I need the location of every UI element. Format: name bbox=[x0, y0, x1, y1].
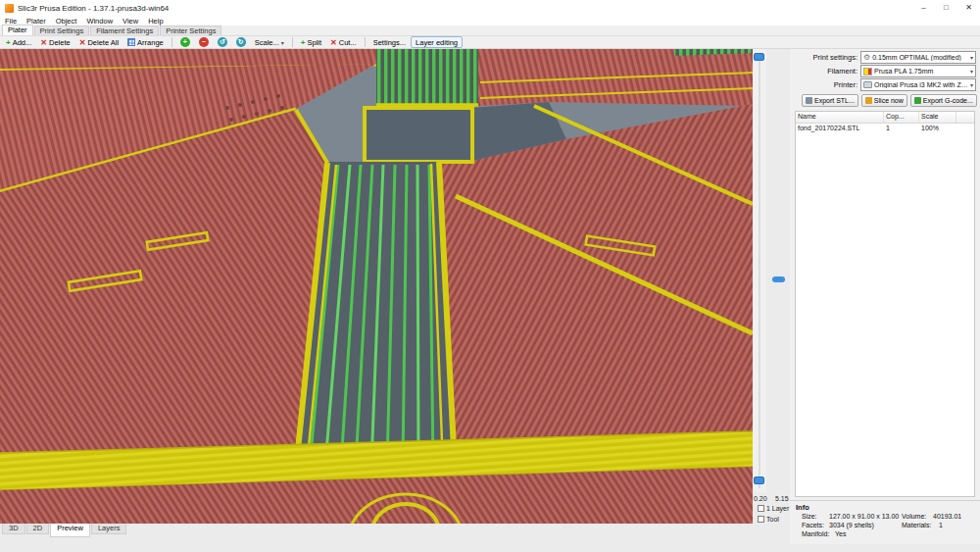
toolbar-separator bbox=[365, 37, 366, 47]
split-label: Split bbox=[307, 38, 321, 47]
info-panel: Info Size: 127.00 x 91.00 x 13.00 Volume… bbox=[790, 500, 980, 544]
one-layer-checkbox[interactable] bbox=[758, 505, 764, 512]
rotate-ccw-icon: ↺ bbox=[218, 37, 227, 47]
more-copies-button[interactable]: + bbox=[176, 36, 194, 48]
manifold-label: Manifold: bbox=[802, 530, 829, 537]
slider-handle-low[interactable] bbox=[754, 477, 764, 484]
slice-now-button[interactable]: Slice now bbox=[861, 94, 907, 107]
split-icon: + bbox=[301, 38, 306, 47]
print-settings-row: Print settings: ⚙ 0.15mm OPTIMAL (modifi… bbox=[790, 51, 980, 64]
view-tabbar: 3D 2D Preview Layers bbox=[2, 524, 127, 537]
column-header-copies[interactable]: Cop... bbox=[884, 112, 919, 123]
tab-plater[interactable]: Plater bbox=[2, 25, 33, 35]
slice-now-label: Slice now bbox=[874, 97, 904, 104]
column-header-scale[interactable]: Scale bbox=[919, 112, 956, 123]
menu-view[interactable]: View bbox=[118, 17, 143, 25]
volume-label: Volume: bbox=[902, 513, 926, 520]
chevron-down-icon: ▾ bbox=[970, 68, 973, 75]
scale-label: Scale... bbox=[255, 38, 279, 47]
size-value: 127.00 x 91.00 x 13.00 bbox=[829, 513, 899, 520]
cut-icon: ✕ bbox=[330, 38, 337, 47]
tab-filament-settings[interactable]: Filament Settings bbox=[90, 25, 159, 35]
export-gcode-button[interactable]: Export G-code... bbox=[910, 94, 977, 107]
plus-circle-icon: + bbox=[180, 37, 190, 47]
splitter-grip[interactable] bbox=[772, 276, 785, 282]
infill-right-region bbox=[439, 102, 753, 471]
menu-window[interactable]: Window bbox=[81, 17, 118, 25]
layer-editing-label: Layer editing bbox=[416, 38, 458, 47]
tab-printer-settings[interactable]: Printer Settings bbox=[160, 25, 221, 35]
minus-circle-icon: − bbox=[199, 37, 209, 47]
titlebar: Slic3r Prusa Edition - 1.37.1-prusa3d-wi… bbox=[0, 0, 980, 16]
printer-combo[interactable]: Original Prusa i3 MK2 with ZHop ▾ bbox=[860, 78, 976, 91]
object-scale-cell: 100% bbox=[919, 124, 956, 135]
slider-value-low: 0.20 bbox=[754, 495, 767, 502]
table-row[interactable]: fond_20170224.STL 1 100% bbox=[796, 124, 974, 135]
delete-all-button[interactable]: ✕ Delete All bbox=[75, 36, 122, 48]
export-stl-button[interactable]: Export STL... bbox=[802, 94, 858, 107]
cut-button[interactable]: ✕ Cut... bbox=[326, 36, 361, 48]
menu-object[interactable]: Object bbox=[51, 17, 82, 25]
chevron-down-icon: ▾ bbox=[970, 81, 973, 88]
toolbar-separator bbox=[292, 37, 293, 47]
tab-print-settings[interactable]: Print Settings bbox=[34, 25, 90, 35]
volume-value: 40193.01 bbox=[933, 513, 961, 520]
gcode-icon bbox=[914, 97, 921, 104]
chevron-down-icon: ▾ bbox=[970, 54, 973, 61]
printer-icon bbox=[863, 81, 872, 88]
object-list[interactable]: Name Cop... Scale fond_20170224.STL 1 10… bbox=[795, 111, 975, 497]
print-settings-label: Print settings: bbox=[790, 53, 860, 62]
object-name-cell: fond_20170224.STL bbox=[796, 124, 884, 135]
gear-icon: ⚙ bbox=[863, 53, 870, 62]
materials-label: Materials: bbox=[902, 522, 931, 528]
view-tab-preview[interactable]: Preview bbox=[50, 524, 90, 537]
plater-toolbar: + Add... ✕ Delete ✕ Delete All Arrange +… bbox=[0, 36, 980, 49]
filament-row: Filament: Prusa PLA 1.75mm ▾ bbox=[790, 65, 980, 77]
add-button[interactable]: + Add... bbox=[2, 36, 35, 48]
chevron-down-icon: ▾ bbox=[281, 39, 284, 46]
materials-value: 1 bbox=[939, 522, 943, 528]
close-button[interactable]: ✕ bbox=[957, 0, 980, 16]
rotate-cw-button[interactable]: ↻ bbox=[232, 36, 250, 48]
filament-combo[interactable]: Prusa PLA 1.75mm ▾ bbox=[860, 65, 976, 77]
minimize-button[interactable]: – bbox=[912, 0, 935, 16]
maximize-button[interactable]: □ bbox=[935, 0, 957, 16]
one-layer-row: 1 Layer bbox=[758, 505, 789, 512]
one-layer-label: 1 Layer bbox=[766, 505, 789, 512]
column-header-name[interactable]: Name bbox=[796, 112, 884, 123]
layer-range-slider[interactable] bbox=[753, 49, 766, 492]
cross-icon: ✕ bbox=[40, 38, 47, 47]
arrange-label: Arrange bbox=[137, 38, 164, 47]
window-title: Slic3r Prusa Edition - 1.37.1-prusa3d-wi… bbox=[18, 4, 169, 13]
arrange-button[interactable]: Arrange bbox=[123, 36, 168, 48]
window-controls: – □ ✕ bbox=[912, 0, 980, 16]
split-button[interactable]: + Split bbox=[297, 36, 325, 48]
delete-button[interactable]: ✕ Delete bbox=[36, 36, 74, 48]
scale-button[interactable]: Scale... ▾ bbox=[251, 36, 288, 48]
add-label: Add... bbox=[13, 38, 32, 47]
facets-label: Facets: bbox=[802, 522, 824, 528]
toolbar-separator bbox=[172, 37, 172, 47]
settings-button[interactable]: Settings... bbox=[369, 36, 410, 48]
cross-icon: ✕ bbox=[79, 38, 86, 47]
window-opening bbox=[365, 108, 472, 162]
fewer-copies-button[interactable]: − bbox=[195, 36, 213, 48]
tool-checkbox[interactable] bbox=[758, 516, 764, 523]
view-tab-layers[interactable]: Layers bbox=[91, 524, 127, 534]
view-tab-3d[interactable]: 3D bbox=[2, 524, 25, 534]
menu-help[interactable]: Help bbox=[143, 17, 168, 25]
arrange-grid-icon bbox=[127, 38, 135, 46]
object-list-header: Name Cop... Scale bbox=[796, 112, 974, 124]
tool-label: Tool bbox=[766, 516, 779, 523]
export-stl-label: Export STL... bbox=[814, 97, 855, 104]
settings-tabbar: Plater Print Settings Filament Settings … bbox=[0, 25, 980, 36]
stl-box-icon bbox=[806, 97, 812, 104]
menubar: File Plater Object Window View Help bbox=[0, 16, 980, 25]
rotate-ccw-button[interactable]: ↺ bbox=[214, 36, 231, 48]
view-tab-2d[interactable]: 2D bbox=[26, 524, 50, 534]
layer-editing-toggle[interactable]: Layer editing bbox=[411, 36, 463, 48]
print-settings-combo[interactable]: ⚙ 0.15mm OPTIMAL (modified) ▾ bbox=[860, 51, 976, 64]
slider-handle-high[interactable] bbox=[754, 53, 764, 61]
rotate-cw-icon: ↻ bbox=[236, 37, 246, 47]
gcode-preview-viewport[interactable] bbox=[0, 49, 753, 524]
